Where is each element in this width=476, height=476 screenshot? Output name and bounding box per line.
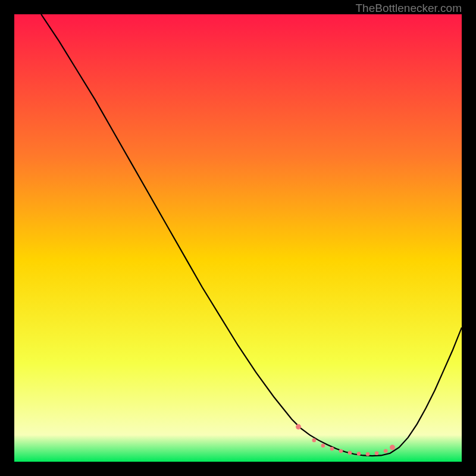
- trough-dot: [348, 451, 352, 455]
- trough-dot: [339, 449, 343, 453]
- trough-dot: [366, 452, 370, 456]
- plot-area: [14, 14, 462, 462]
- trough-dot: [390, 444, 395, 450]
- bottleneck-curve: [14, 14, 462, 462]
- trough-dot: [357, 452, 361, 456]
- trough-dot: [384, 449, 388, 453]
- watermark-text: TheBottlenecker.com: [356, 2, 462, 15]
- trough-dot: [312, 439, 317, 443]
- trough-dot: [296, 424, 301, 430]
- trough-dot: [375, 451, 379, 455]
- trough-dot: [321, 444, 325, 448]
- trough-dot: [330, 447, 334, 451]
